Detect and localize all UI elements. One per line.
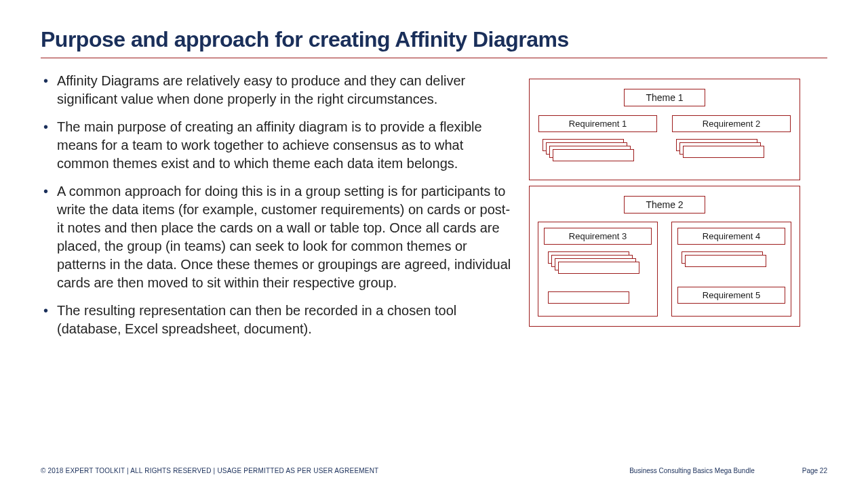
page-number: Page 22 — [802, 467, 827, 474]
slide: Purpose and approach for creating Affini… — [0, 0, 868, 488]
bullet-item: The resulting representation can then be… — [41, 302, 515, 338]
product-name: Business Consulting Basics Mega Bundle — [629, 467, 755, 474]
theme-label: Theme 2 — [624, 196, 705, 214]
slide-title: Purpose and approach for creating Affini… — [41, 27, 827, 56]
requirement-label: Requirement 2 — [672, 115, 791, 132]
title-rule — [41, 58, 827, 58]
text-column: Affinity Diagrams are relatively easy to… — [41, 72, 529, 338]
card — [558, 262, 639, 274]
slide-body: Affinity Diagrams are relatively easy to… — [41, 72, 827, 338]
theme-box-2: Theme 2 Requirement 3 — [529, 186, 800, 327]
bullet-list: Affinity Diagrams are relatively easy to… — [41, 72, 515, 338]
bullet-item: A common approach for doing this is in a… — [41, 182, 515, 292]
diagram-column: Theme 1 Requirement 1 Requirement 2 — [529, 72, 800, 338]
requirement-label: Requirement 3 — [544, 228, 652, 245]
requirement-label: Requirement 4 — [677, 228, 785, 245]
bullet-item: The main purpose of creating an affinity… — [41, 118, 515, 173]
footer-right: Business Consulting Basics Mega Bundle P… — [629, 467, 827, 474]
card — [685, 255, 766, 267]
copyright-text: © 2018 EXPERT TOOLKIT | ALL RIGHTS RESER… — [41, 467, 378, 474]
bullet-item: Affinity Diagrams are relatively easy to… — [41, 72, 515, 108]
theme-box-1: Theme 1 Requirement 1 Requirement 2 — [529, 79, 800, 180]
requirement-row: Requirement 3 Requirement 4 — [538, 222, 791, 317]
requirement-group: Requirement 3 — [538, 222, 658, 317]
requirement-row: Requirement 1 Requirement 2 — [538, 115, 791, 170]
requirement-group: Requirement 2 — [671, 115, 791, 170]
requirement-label: Requirement 5 — [677, 287, 785, 304]
requirement-group: Requirement 4 Requirement 5 — [671, 222, 791, 317]
card — [683, 146, 764, 158]
card — [548, 291, 629, 304]
requirement-label: Requirement 1 — [538, 115, 657, 132]
card — [553, 149, 634, 161]
requirement-group: Requirement 1 — [538, 115, 658, 170]
theme-label: Theme 1 — [624, 89, 705, 106]
slide-footer: © 2018 EXPERT TOOLKIT | ALL RIGHTS RESER… — [41, 467, 827, 474]
